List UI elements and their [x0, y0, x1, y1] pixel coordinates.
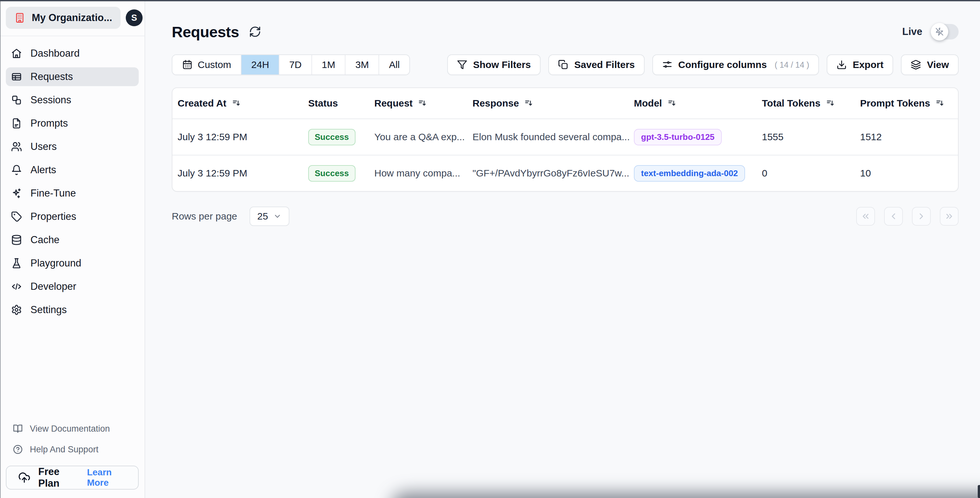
- home-icon: [11, 48, 22, 59]
- sidebar-item-users[interactable]: Users: [6, 137, 139, 156]
- table-row[interactable]: July 3 12:59 PM Success You are a Q&A ex…: [172, 119, 958, 155]
- live-toggle[interactable]: [931, 24, 959, 40]
- column-label: Request: [374, 98, 412, 109]
- rows-per-page-select[interactable]: 25: [250, 206, 290, 226]
- sidebar-item-sessions[interactable]: Sessions: [6, 90, 139, 109]
- column-label: Created At: [178, 98, 226, 109]
- tag-icon: [11, 211, 22, 222]
- refresh-icon[interactable]: [249, 25, 261, 38]
- column-header-request[interactable]: Request: [374, 98, 473, 109]
- column-label: Prompt Tokens: [860, 98, 930, 109]
- bell-icon: [11, 165, 22, 176]
- sessions-icon: [11, 95, 22, 106]
- page-header: Requests Live: [172, 21, 959, 42]
- sort-icon: [524, 99, 533, 108]
- time-range-label: 24H: [251, 59, 269, 70]
- sidebar-item-label: Requests: [30, 71, 73, 82]
- live-label: Live: [902, 26, 922, 38]
- book-open-icon: [13, 424, 23, 434]
- column-header-response[interactable]: Response: [473, 98, 634, 109]
- sidebar-item-dashboard[interactable]: Dashboard: [6, 44, 139, 63]
- time-range-custom[interactable]: Custom: [172, 55, 242, 75]
- sidebar-item-requests[interactable]: Requests: [6, 67, 139, 86]
- column-header-created-at[interactable]: Created At: [172, 98, 308, 109]
- learn-more-link[interactable]: Learn More: [87, 467, 126, 488]
- column-header-total-tokens[interactable]: Total Tokens: [762, 98, 860, 109]
- users-icon: [11, 141, 22, 152]
- sidebar-item-label: Sessions: [30, 94, 71, 106]
- sidebar-item-properties[interactable]: Properties: [6, 207, 139, 226]
- sidebar-item-label: Alerts: [30, 164, 56, 176]
- export-button[interactable]: Export: [827, 54, 893, 75]
- window-left-edge: [0, 0, 1, 498]
- calendar-icon: [182, 60, 192, 70]
- toolbar-actions: Show Filters Saved Filters Configure col…: [447, 54, 959, 75]
- document-icon: [11, 118, 22, 129]
- view-documentation-link[interactable]: View Documentation: [6, 420, 139, 438]
- bottom-right-sliver: [978, 485, 980, 498]
- time-range-label: 3M: [355, 59, 369, 70]
- plan-banner[interactable]: Free Plan Learn More: [6, 466, 139, 490]
- code-icon: [11, 281, 22, 292]
- page-title: Requests: [172, 23, 239, 41]
- org-switcher[interactable]: My Organizatio...: [6, 7, 121, 29]
- flask-icon: [11, 258, 22, 269]
- layers-icon: [911, 60, 921, 70]
- org-name: My Organizatio...: [32, 12, 112, 24]
- sidebar-item-label: Developer: [30, 281, 76, 292]
- database-icon: [11, 235, 22, 246]
- cell-response: "GF+/PAvdYbyrrGo8yFz6vIeSU7w...: [473, 168, 634, 179]
- sidebar-item-cache[interactable]: Cache: [6, 230, 139, 249]
- help-and-support-link[interactable]: Help And Support: [6, 440, 139, 458]
- next-page-button[interactable]: [912, 207, 931, 226]
- sidebar-item-developer[interactable]: Developer: [6, 277, 139, 296]
- chevron-down-icon: [273, 212, 282, 220]
- time-range-7d[interactable]: 7D: [279, 55, 312, 75]
- sidebar-item-alerts[interactable]: Alerts: [6, 160, 139, 179]
- time-range-label: 7D: [289, 59, 301, 70]
- time-range-24h[interactable]: 24H: [242, 55, 279, 75]
- sidebar-item-playground[interactable]: Playground: [6, 254, 139, 273]
- sidebar-item-label: Fine-Tune: [30, 187, 76, 199]
- time-range-1m[interactable]: 1M: [312, 55, 346, 75]
- configure-columns-label: Configure columns: [678, 59, 767, 70]
- sliders-icon: [662, 60, 673, 70]
- download-icon: [837, 60, 847, 70]
- sidebar-item-fine-tune[interactable]: Fine-Tune: [6, 184, 139, 203]
- sidebar-item-label: Cache: [30, 234, 60, 246]
- time-range-tabs: Custom 24H 7D 1M 3M All: [172, 54, 410, 75]
- saved-filters-label: Saved Filters: [574, 59, 635, 70]
- cell-model: text-embedding-ada-002: [634, 165, 762, 182]
- column-label: Status: [308, 98, 338, 109]
- copy-icon: [558, 60, 568, 70]
- model-badge: gpt-3.5-turbo-0125: [634, 129, 722, 145]
- column-header-prompt-tokens[interactable]: Prompt Tokens: [860, 98, 958, 109]
- bottom-shadow: [391, 493, 980, 498]
- sidebar: My Organizatio... S Dashboard Requests S…: [0, 0, 145, 498]
- sidebar-item-prompts[interactable]: Prompts: [6, 114, 139, 133]
- configure-columns-button[interactable]: Configure columns ( 14 / 14 ): [652, 54, 819, 75]
- help-circle-icon: [13, 444, 23, 454]
- column-header-model[interactable]: Model: [634, 98, 762, 109]
- last-page-button[interactable]: [940, 207, 959, 226]
- sort-icon: [418, 99, 427, 108]
- cell-request: You are a Q&A exp...: [374, 132, 473, 143]
- table-header-row: Created At Status Request Response Model…: [172, 88, 958, 119]
- show-filters-button[interactable]: Show Filters: [447, 54, 541, 75]
- table-row[interactable]: July 3 12:59 PM Success How many compa..…: [172, 155, 958, 191]
- cell-prompt-tokens: 1512: [860, 132, 958, 143]
- column-header-status: Status: [308, 98, 374, 109]
- first-page-button[interactable]: [856, 207, 875, 226]
- time-range-3m[interactable]: 3M: [345, 55, 379, 75]
- previous-page-button[interactable]: [884, 207, 903, 226]
- cell-status: Success: [308, 129, 374, 145]
- sidebar-item-settings[interactable]: Settings: [6, 300, 139, 319]
- sidebar-item-label: Dashboard: [30, 48, 80, 59]
- avatar[interactable]: S: [126, 10, 143, 26]
- time-range-all[interactable]: All: [379, 55, 409, 75]
- saved-filters-button[interactable]: Saved Filters: [548, 54, 644, 75]
- requests-table: Created At Status Request Response Model…: [172, 87, 959, 192]
- view-button[interactable]: View: [901, 54, 959, 75]
- cell-prompt-tokens: 10: [860, 168, 958, 179]
- zap-off-icon: [935, 27, 944, 36]
